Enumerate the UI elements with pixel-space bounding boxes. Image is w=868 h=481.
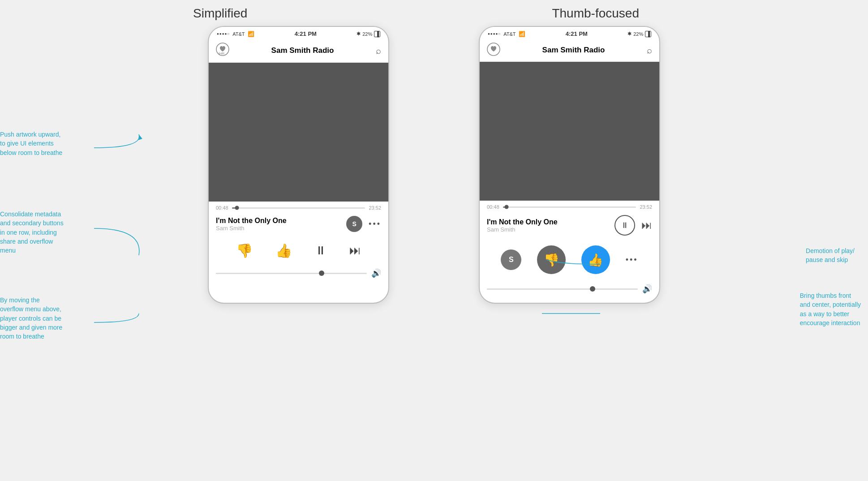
signal-dots-simplified: ●●●●○ <box>217 32 230 36</box>
volume-icon-thumb: 🔊 <box>642 284 652 294</box>
thumb-down-simplified[interactable]: 👎 <box>236 243 253 258</box>
simplified-title: Simplified <box>193 6 247 21</box>
app-header-simplified: iHR Sam Smith Radio ⌕ <box>209 39 388 63</box>
thumb-down-thumb[interactable]: 👎 <box>537 245 566 274</box>
thumb-focused-title: Thumb-focused <box>552 6 639 21</box>
thumb-up-simplified[interactable]: 👍 <box>275 243 292 258</box>
volume-row-simplified: 🔊 <box>209 265 388 287</box>
annotation-bring-thumbs: Bring thumbs front and center, potential… <box>800 291 861 327</box>
progress-track-simplified[interactable] <box>232 207 365 209</box>
share-button-simplified[interactable]: S <box>346 216 362 232</box>
time-end-simplified: 23:52 <box>369 205 381 210</box>
track-artist-simplified: Sam Smith <box>216 225 287 232</box>
artwork-simplified <box>209 63 388 202</box>
search-icon-thumb[interactable]: ⌕ <box>647 45 652 56</box>
artwork-thumb <box>480 62 659 201</box>
share-button-thumb[interactable]: S <box>501 249 521 270</box>
battery-pct-simplified: 22% <box>362 31 372 37</box>
battery-pct-thumb: 22% <box>633 31 643 37</box>
signal-dots-thumb: ●●●●○ <box>488 32 501 36</box>
battery-icon-simplified: ▐ <box>374 31 380 37</box>
pause-circle-thumb[interactable]: ⏸ <box>614 215 635 236</box>
wifi-icon-thumb: 📶 <box>519 31 525 37</box>
track-info-thumb: I'm Not the Only One Sam Smith ⏸ ⏭ <box>480 211 659 239</box>
overflow-thumb[interactable]: ••• <box>626 255 638 265</box>
progress-section-simplified[interactable]: 00:48 23:52 <box>209 202 388 212</box>
annotation-demotion: Demotion of play/ pause and skip <box>806 246 855 265</box>
pause-skip-row: ⏸ ⏭ <box>614 215 652 236</box>
wifi-icon-simplified: 📶 <box>248 31 254 37</box>
iheartradio-logo-thumb <box>487 43 500 58</box>
bluetooth-icon-simplified: ✱ <box>357 31 361 37</box>
volume-icon-simplified: 🔊 <box>371 268 381 278</box>
track-title-simplified: I'm Not the Only One <box>216 217 287 225</box>
overflow-menu-simplified[interactable]: ••• <box>369 219 381 229</box>
battery-icon-thumb: ▐ <box>645 31 651 37</box>
iheartradio-logo-simplified: iHR <box>216 43 229 59</box>
time-thumb: 4:21 PM <box>566 30 588 37</box>
track-info-simplified: I'm Not the Only One Sam Smith S ••• <box>209 212 388 236</box>
skip-thumb[interactable]: ⏭ <box>641 219 652 232</box>
app-header-title-simplified: Sam Smith Radio <box>271 46 334 55</box>
track-artist-thumb: Sam Smith <box>487 226 558 233</box>
annotation-consolidate: Consolidate metadata and secondary butto… <box>0 210 64 255</box>
controls-simplified: 👎 👍 ⏸ ⏭ <box>209 236 388 265</box>
annotation-push-artwork: Push artwork upward, to give UI elements… <box>0 130 62 157</box>
svg-text:iHR: iHR <box>219 52 225 56</box>
track-title-thumb: I'm Not the Only One <box>487 218 558 226</box>
pause-simplified[interactable]: ⏸ <box>315 244 327 258</box>
carrier-simplified: AT&T <box>232 31 245 37</box>
time-start-simplified: 00:48 <box>216 205 228 210</box>
controls-thumb: S 👎 👍 ••• <box>480 239 659 280</box>
simplified-phone: ●●●●○ AT&T 📶 4:21 PM ✱ 22% ▐ <box>208 26 389 304</box>
app-header-thumb: Sam Smith Radio ⌕ <box>480 39 659 62</box>
bluetooth-icon-thumb: ✱ <box>627 31 632 37</box>
time-end-thumb: 23:52 <box>640 204 652 210</box>
app-header-title-thumb: Sam Smith Radio <box>542 46 605 55</box>
progress-section-thumb[interactable]: 00:48 23:52 <box>480 201 659 211</box>
volume-track-thumb[interactable] <box>487 288 638 290</box>
search-icon-simplified[interactable]: ⌕ <box>376 46 381 56</box>
skip-simplified[interactable]: ⏭ <box>349 244 361 258</box>
annotation-overflow: By moving the overflow menu above, playe… <box>0 296 62 341</box>
progress-track-thumb[interactable] <box>503 206 636 208</box>
time-start-thumb: 00:48 <box>487 204 499 210</box>
volume-track-simplified[interactable] <box>216 273 367 274</box>
carrier-thumb: AT&T <box>503 31 516 37</box>
time-simplified: 4:21 PM <box>295 30 317 37</box>
status-bar-simplified: ●●●●○ AT&T 📶 4:21 PM ✱ 22% ▐ <box>209 27 388 39</box>
thumb-up-thumb[interactable]: 👍 <box>581 245 610 274</box>
status-bar-thumb: ●●●●○ AT&T 📶 4:21 PM ✱ 22% ▐ <box>480 27 659 39</box>
thumb-focused-phone: ●●●●○ AT&T 📶 4:21 PM ✱ 22% ▐ <box>479 26 660 304</box>
volume-row-thumb: 🔊 <box>480 280 659 303</box>
